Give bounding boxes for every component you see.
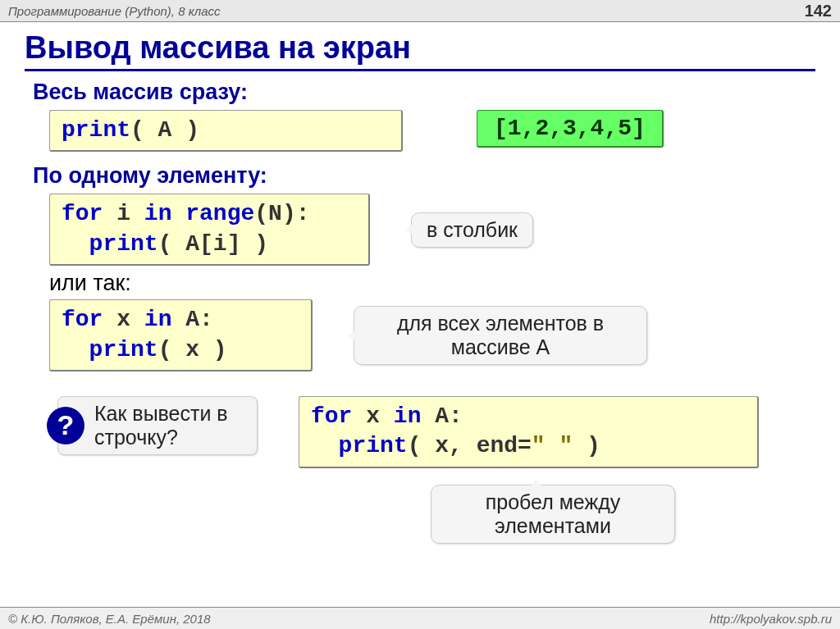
or-label: или так: bbox=[49, 271, 807, 296]
question-text: Как вывести в строчку? bbox=[94, 402, 242, 449]
page-number: 142 bbox=[805, 2, 832, 21]
footer-link: http://kpolyakov.spb.ru bbox=[710, 612, 832, 626]
section-by-element-head: По одному элементу: bbox=[33, 163, 807, 189]
course-label: Программирование (Python), 8 класс bbox=[8, 4, 221, 18]
slide-header: Программирование (Python), 8 класс 142 bbox=[0, 0, 840, 22]
callout-for-all: для всех элементов в массиве A bbox=[354, 306, 647, 365]
copyright: © К.Ю. Поляков, Е.А. Ерёмин, 2018 bbox=[8, 612, 211, 626]
callout-column: в столбик bbox=[411, 212, 533, 248]
question-mark-icon: ? bbox=[47, 407, 84, 444]
question-block: ? Как вывести в строчку? bbox=[57, 396, 258, 455]
output-array: [1,2,3,4,5] bbox=[477, 110, 664, 148]
code-print-array: print( A ) bbox=[49, 110, 403, 152]
code-print-inline: for x in A: print( x, end=" " ) bbox=[299, 396, 759, 468]
code-for-range: for i in range(N): print( A[i] ) bbox=[49, 194, 370, 266]
code-for-in-a: for x in A: print( x ) bbox=[49, 299, 313, 371]
slide-footer: © К.Ю. Поляков, Е.А. Ерёмин, 2018 http:/… bbox=[0, 607, 840, 629]
section-whole-array-head: Весь массив сразу: bbox=[33, 80, 807, 105]
slide-content: Весь массив сразу: print( A ) [1,2,3,4,5… bbox=[33, 80, 807, 544]
callout-space: пробел между элементами bbox=[431, 485, 675, 544]
slide-title: Вывод массива на экран bbox=[25, 30, 815, 71]
